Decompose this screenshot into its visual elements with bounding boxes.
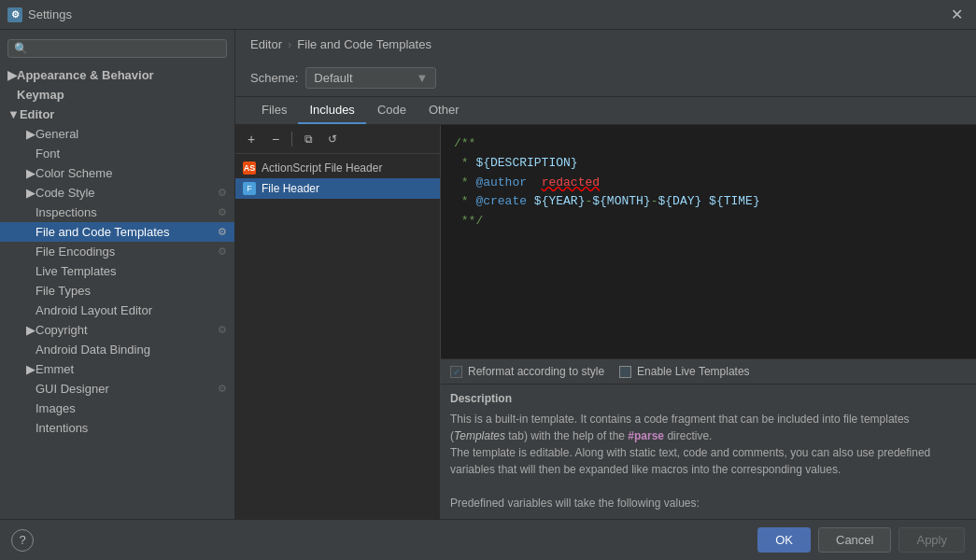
copy-button[interactable]: ⧉ (298, 129, 318, 149)
sidebar-item-images[interactable]: ▶ Images (0, 399, 234, 418)
remove-button[interactable]: − (265, 129, 286, 149)
sidebar-item-live-templates[interactable]: ▶ Live Templates (0, 261, 234, 281)
arrow-icon: ▶ (26, 323, 35, 337)
gear-icon: ⚙ (218, 383, 227, 395)
list-item[interactable]: AS ActionScript File Header (235, 158, 440, 178)
breadcrumb-separator: › (288, 37, 291, 51)
breadcrumb-editor: Editor (250, 37, 282, 51)
content-area: Editor › File and Code Templates Scheme:… (235, 30, 976, 519)
search-input[interactable] (32, 42, 220, 55)
title-bar: ⚙ Settings ✕ (0, 0, 976, 30)
tab-other[interactable]: Other (417, 97, 471, 124)
restore-button[interactable]: ↺ (322, 129, 343, 149)
gear-icon: ⚙ (218, 324, 227, 336)
sidebar-item-label: File Encodings (35, 245, 115, 259)
description-text: This is a built-in template. It contains… (450, 411, 967, 511)
sidebar-item-label: File Types (35, 284, 91, 298)
sidebar-item-android-layout-editor[interactable]: ▶ Android Layout Editor (0, 301, 234, 320)
sidebar-item-appearance[interactable]: ▶ Appearance & Behavior (0, 65, 234, 85)
sidebar-item-code-style[interactable]: ▶ Code Style ⚙ (0, 183, 234, 203)
cancel-button[interactable]: Cancel (818, 527, 891, 553)
file-item-name: ActionScript File Header (262, 161, 382, 175)
window-title: Settings (28, 7, 945, 21)
reformat-checkbox-row: Reformat according to style (450, 365, 604, 378)
sidebar-item-intentions[interactable]: ▶ Intentions (0, 418, 234, 438)
bottom-bar: ? OK Cancel Apply (0, 519, 976, 560)
window-icon: ⚙ (7, 7, 22, 22)
arrow-icon: ▶ (7, 68, 17, 82)
sidebar-item-file-encodings[interactable]: ▶ File Encodings ⚙ (0, 242, 234, 261)
sidebar-item-label: Images (35, 401, 76, 415)
sidebar-item-inspections[interactable]: ▶ Inspections ⚙ (0, 203, 234, 222)
sidebar-item-android-data-binding[interactable]: ▶ Android Data Binding (0, 340, 234, 359)
sidebar-item-label: File and Code Templates (35, 225, 170, 239)
sidebar-item-file-types[interactable]: ▶ File Types (0, 281, 234, 301)
sidebar: 🔍 ▶ Appearance & Behavior ▶ Keymap ▼ Edi… (0, 30, 235, 519)
help-icon: ? (19, 533, 25, 547)
arrow-icon: ▶ (26, 362, 35, 376)
scheme-value: Default (314, 71, 408, 85)
sidebar-item-gui-designer[interactable]: ▶ GUI Designer ⚙ (0, 379, 234, 399)
code-line: * ${DESCRIPTION} (454, 154, 963, 174)
sidebar-item-label: Editor (20, 107, 55, 121)
tab-includes[interactable]: Includes (298, 97, 365, 124)
tab-files[interactable]: Files (250, 97, 298, 124)
arrow-icon: ▶ (26, 166, 35, 180)
sidebar-item-label: Appearance & Behavior (17, 68, 154, 82)
sidebar-item-emmet[interactable]: ▶ Emmet (0, 359, 234, 379)
gear-icon: ⚙ (218, 245, 227, 258)
reformat-label: Reformat according to style (468, 365, 604, 378)
arrow-icon: ▼ (7, 107, 20, 121)
sidebar-item-font[interactable]: ▶ Font (0, 144, 234, 163)
main-layout: 🔍 ▶ Appearance & Behavior ▶ Keymap ▼ Edi… (0, 30, 976, 519)
template-panel: + − ⧉ ↺ AS ActionScript File Header F Fi… (235, 125, 976, 519)
file-type-icon: F (243, 182, 256, 195)
sidebar-item-label: Android Layout Editor (35, 303, 152, 317)
arrow-icon: ▶ (26, 186, 35, 200)
description-panel: Description This is a built-in template.… (441, 384, 976, 519)
live-templates-label: Enable Live Templates (637, 365, 750, 378)
sidebar-item-label: General (35, 127, 78, 141)
add-button[interactable]: + (241, 129, 262, 149)
sidebar-item-label: GUI Designer (35, 382, 109, 396)
tab-code[interactable]: Code (366, 97, 417, 124)
file-list-toolbar: + − ⧉ ↺ (235, 125, 440, 154)
sidebar-item-label: Android Data Binding (35, 343, 150, 357)
close-button[interactable]: ✕ (945, 4, 969, 25)
list-item[interactable]: F File Header (235, 178, 440, 199)
sidebar-item-copyright[interactable]: ▶ Copyright ⚙ (0, 320, 234, 340)
file-item-name: File Header (262, 182, 319, 195)
apply-button[interactable]: Apply (898, 527, 965, 553)
breadcrumb-current: File and Code Templates (297, 37, 431, 51)
sidebar-item-keymap[interactable]: ▶ Keymap (0, 85, 234, 105)
sidebar-item-file-and-code-templates[interactable]: ▶ File and Code Templates ⚙ (0, 222, 234, 242)
code-panel: /** * ${DESCRIPTION} * @author redacted … (441, 125, 976, 519)
breadcrumb: Editor › File and Code Templates (250, 37, 431, 51)
code-editor[interactable]: /** * ${DESCRIPTION} * @author redacted … (441, 125, 976, 358)
arrow-icon: ▶ (26, 127, 35, 141)
sidebar-item-label: Inspections (35, 205, 97, 219)
live-templates-checkbox[interactable] (619, 366, 631, 378)
gear-icon: ⚙ (218, 226, 227, 238)
gear-icon: ⚙ (218, 187, 227, 199)
ok-button[interactable]: OK (757, 527, 811, 553)
scheme-label: Scheme: (250, 71, 298, 85)
gear-icon: ⚙ (218, 206, 227, 218)
sidebar-item-general[interactable]: ▶ General (0, 124, 234, 144)
help-button[interactable]: ? (11, 529, 34, 552)
sidebar-item-color-scheme[interactable]: ▶ Color Scheme (0, 163, 234, 183)
scheme-dropdown[interactable]: Default ▼ (305, 67, 436, 89)
action-buttons: OK Cancel Apply (757, 527, 965, 553)
sidebar-item-editor[interactable]: ▼ Editor (0, 105, 234, 124)
search-icon: 🔍 (14, 42, 28, 55)
sidebar-item-label: Color Scheme (35, 166, 112, 180)
search-box[interactable]: 🔍 (7, 39, 227, 58)
live-templates-checkbox-row: Enable Live Templates (619, 365, 750, 378)
sidebar-item-label: Font (35, 147, 60, 161)
reformat-checkbox[interactable] (450, 366, 462, 378)
toolbar-separator (291, 132, 292, 147)
sidebar-item-label: Code Style (35, 186, 95, 200)
file-list-panel: + − ⧉ ↺ AS ActionScript File Header F Fi… (235, 125, 441, 519)
code-line: /** (454, 134, 963, 154)
sidebar-item-label: Intentions (35, 421, 88, 435)
